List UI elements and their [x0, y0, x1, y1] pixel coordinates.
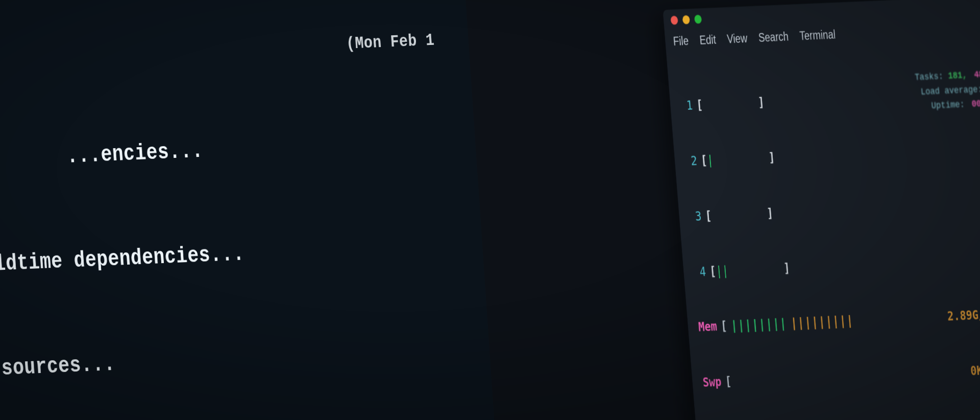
cpu-meter: 2 |: [741, 135, 980, 159]
cpu-meter: 3: [748, 193, 980, 230]
menu-edit[interactable]: Edit: [753, 0, 771, 7]
mem-meter: Mem[|||||||||||||||||2.89G/11.6G]: [761, 306, 980, 375]
terminal-left-pane: (Mon Feb 1 ...encies... buildtime depend…: [0, 0, 495, 420]
cpu-number: 3: [748, 206, 763, 230]
menu-terminal[interactable]: Terminal: [849, 0, 882, 19]
menu-view[interactable]: View: [781, 0, 802, 11]
cpu-number: 1: [735, 64, 750, 88]
menu-search[interactable]: Search: [812, 0, 841, 15]
log-line: oading sdk-tools-linux-4333796.zip...: [0, 380, 483, 420]
log-line: buildtime dependencies...: [0, 223, 472, 283]
log-line: ving sources...: [0, 301, 478, 386]
cpu-number: 4: [754, 277, 769, 303]
cpu-number: 2: [741, 135, 756, 159]
summary-stats: Tasks: 181, 480 thr Load average: 0.09 U…: [946, 60, 980, 109]
log-line: ...encies...: [0, 145, 467, 180]
htop-panel: 1 2 | 3 4 || Mem[|||||||||||||||||2.89G/…: [719, 10, 980, 420]
terminal-right-window: File Edit View Search Terminal Help 1 2 …: [714, 0, 980, 420]
mem-label: Mem: [761, 347, 783, 375]
cpu-meter: 4 ||: [754, 249, 980, 302]
timestamp: (Mon Feb 1: [0, 52, 462, 93]
cpu-meter: 1: [735, 64, 980, 100]
menu-file[interactable]: File: [725, 0, 743, 4]
swap-meter: Swp[0K/11.4G]: [768, 362, 980, 420]
